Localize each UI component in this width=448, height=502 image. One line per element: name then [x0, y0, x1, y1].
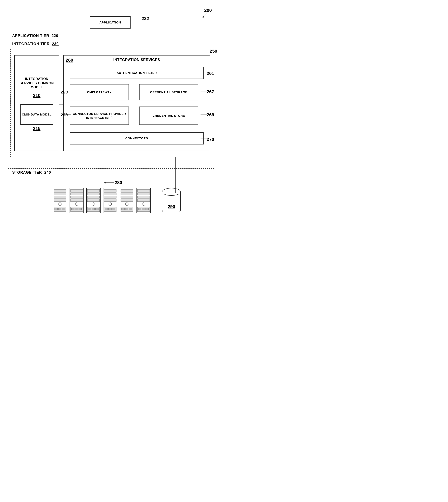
db-v-line-2	[176, 187, 176, 193]
credential-store-box: CREDENTIAL STORE	[139, 107, 198, 125]
svg-rect-43	[96, 208, 98, 210]
server-rack-1	[53, 188, 67, 213]
svg-rect-67	[138, 196, 150, 198]
svg-rect-55	[121, 189, 133, 192]
svg-rect-42	[92, 208, 95, 210]
svg-rect-56	[121, 193, 133, 195]
svg-rect-48	[104, 199, 116, 202]
svg-rect-22	[58, 208, 61, 210]
svg-rect-37	[87, 196, 99, 198]
app-tier-divider	[8, 40, 214, 40]
server-5	[120, 188, 134, 214]
svg-rect-41	[88, 208, 91, 210]
svg-rect-36	[87, 193, 99, 195]
svg-rect-15	[54, 189, 66, 192]
svg-rect-68	[138, 199, 150, 202]
svg-rect-58	[121, 199, 133, 202]
ref-269: 269	[201, 112, 209, 117]
is-to-db-line	[176, 157, 176, 181]
server-group-top-line	[52, 187, 156, 187]
cmis-gateway-box: CMIS GATEWAY	[70, 84, 129, 100]
svg-rect-45	[104, 189, 116, 192]
connector-spi-box: CONNECTOR SERVICE PROVIDER INTERFACE (SP…	[70, 107, 129, 125]
ref-290: 290	[168, 204, 175, 209]
ref-270: 270	[201, 137, 209, 142]
ref-222: 222	[132, 16, 144, 23]
server-rack-6	[136, 188, 151, 213]
svg-rect-77	[162, 192, 180, 194]
svg-rect-26	[71, 193, 83, 195]
svg-rect-31	[71, 208, 74, 210]
app-to-integration-line	[110, 29, 110, 51]
storage-tier-label: STORAGE TIER 240	[12, 170, 51, 175]
svg-rect-65	[138, 189, 150, 192]
arrow-200	[201, 11, 209, 19]
ref-210: 210	[33, 93, 41, 98]
svg-rect-57	[121, 196, 133, 198]
application-box: APPLICATION	[90, 16, 130, 29]
svg-rect-63	[129, 208, 132, 210]
db-h-line	[155, 187, 176, 187]
svg-rect-28	[71, 199, 83, 202]
svg-rect-66	[138, 193, 150, 195]
svg-rect-23	[62, 208, 65, 210]
diagram: 200 APPLICATION 222 APPLICATION TIER 220…	[0, 0, 224, 251]
integration-services-box: INTEGRATION SERVICES 260 AUTHENTICATION …	[63, 55, 210, 151]
auth-filter-box: AUTHENTICATION FILTER	[70, 67, 204, 79]
ref-267: 267	[201, 89, 209, 95]
svg-rect-73	[146, 208, 148, 210]
ref-261: 261	[201, 71, 209, 76]
svg-rect-16	[54, 193, 66, 195]
server-rack-2	[69, 188, 84, 213]
svg-rect-72	[142, 208, 145, 210]
server-rack-4	[103, 188, 117, 213]
ref-263: 263	[66, 90, 71, 95]
svg-rect-62	[125, 208, 128, 210]
server-2	[69, 188, 84, 214]
credential-storage-box: CREDENTIAL STORAGE	[139, 84, 198, 100]
cmis-data-model-box: CMIS DATA MODEL	[20, 104, 53, 125]
storage-tier-divider	[8, 168, 214, 169]
ref-250: 250	[201, 49, 213, 55]
connectors-box: CONNECTORS	[70, 132, 204, 145]
svg-rect-47	[104, 196, 116, 198]
svg-rect-18	[54, 199, 66, 202]
ref-265: 265	[66, 113, 71, 118]
svg-rect-53	[112, 208, 115, 210]
is-to-storage-line	[110, 157, 110, 181]
server-v-line	[110, 181, 110, 187]
server-rack-3	[86, 188, 101, 213]
db-v-line	[176, 181, 176, 187]
server-1	[53, 188, 67, 214]
svg-rect-52	[109, 208, 112, 210]
svg-rect-27	[71, 196, 83, 198]
integration-tier-label: INTEGRATION TIER 230	[12, 42, 59, 46]
server-4	[103, 188, 117, 214]
svg-rect-21	[55, 208, 58, 210]
svg-rect-32	[75, 208, 78, 210]
svg-rect-38	[87, 199, 99, 202]
svg-rect-71	[138, 208, 141, 210]
iscm-to-is-line	[59, 104, 64, 104]
server-rack-5	[120, 188, 134, 213]
ref-260: 260	[66, 58, 73, 63]
svg-rect-17	[54, 196, 66, 198]
svg-marker-13	[104, 182, 106, 183]
svg-rect-25	[71, 189, 83, 192]
svg-rect-46	[104, 193, 116, 195]
ref-215: 215	[33, 126, 41, 131]
svg-rect-33	[79, 208, 82, 210]
svg-rect-51	[105, 208, 108, 210]
server-6	[136, 188, 151, 214]
svg-rect-35	[87, 189, 99, 192]
svg-rect-61	[122, 208, 125, 210]
application-tier-label: APPLICATION TIER 220	[12, 34, 58, 38]
server-3	[86, 188, 101, 214]
iscm-box: INTEGRATION SERVICES COMMON MODEL 210 CM…	[14, 55, 59, 151]
